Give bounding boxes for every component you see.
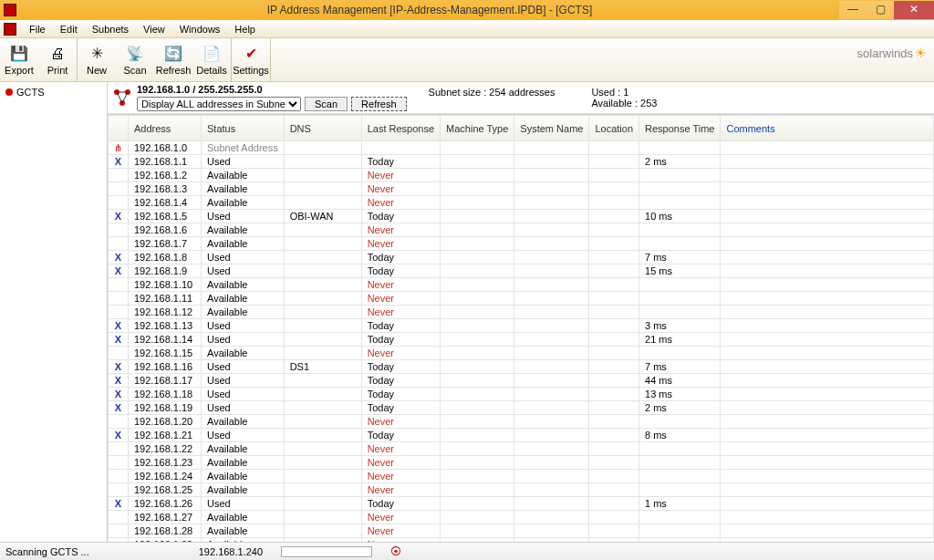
table-row[interactable]: 192.168.1.27AvailableNever [109, 511, 934, 524]
cell-status: Available [202, 278, 285, 292]
col-response-time[interactable]: Response Time [639, 116, 721, 141]
cell-location [589, 415, 639, 429]
cell-machine [441, 210, 514, 223]
table-row[interactable]: X192.168.1.5UsedOBI-WANToday10 ms [109, 210, 934, 223]
table-row[interactable]: X192.168.1.16UsedDS1Today7 ms [109, 360, 934, 374]
table-row[interactable]: 192.168.1.12AvailableNever [109, 306, 934, 319]
table-row[interactable]: X192.168.1.21UsedToday8 ms [109, 429, 934, 442]
table-row[interactable]: 192.168.1.6AvailableNever [109, 223, 934, 237]
stop-icon[interactable]: ⦿ [390, 545, 401, 558]
cell-status: Available [202, 196, 285, 210]
cell-location [589, 319, 639, 333]
cell-status: Available [202, 483, 285, 497]
col-system-name[interactable]: System Name [514, 116, 589, 141]
address-table-wrap[interactable]: Address Status DNS Last Response Machine… [108, 114, 934, 542]
row-icon: X [109, 210, 129, 223]
cell-last-response: Never [361, 483, 440, 497]
cell-comments [721, 251, 934, 264]
cell-response-time [639, 182, 721, 196]
table-row[interactable]: 192.168.1.20AvailableNever [109, 415, 934, 429]
table-row[interactable]: 192.168.1.28AvailableNever [109, 524, 934, 538]
table-row[interactable]: 192.168.1.10AvailableNever [109, 278, 934, 292]
table-row[interactable]: X192.168.1.26UsedToday1 ms [109, 497, 934, 511]
cell-machine [441, 333, 514, 347]
cell-location [589, 347, 639, 360]
new-button[interactable]: ✳New [78, 38, 116, 81]
close-button[interactable]: ✕ [894, 1, 934, 19]
table-row[interactable]: X192.168.1.1UsedToday2 ms [109, 155, 934, 169]
export-button[interactable]: 💾Export [0, 38, 38, 81]
cell-last-response: Today [361, 210, 440, 223]
details-button[interactable]: 📄Details [192, 38, 231, 81]
subnet-scan-button[interactable]: Scan [305, 97, 348, 111]
cell-system [514, 538, 589, 543]
table-row[interactable]: 192.168.1.25AvailableNever [109, 483, 934, 497]
row-icon [109, 470, 129, 483]
row-icon [109, 292, 129, 306]
col-comments[interactable]: Comments [721, 116, 934, 141]
table-row[interactable]: X192.168.1.18UsedToday13 ms [109, 388, 934, 401]
cell-machine [441, 524, 514, 538]
col-status[interactable]: Status [202, 116, 285, 141]
col-last-response[interactable]: Last Response [361, 116, 440, 141]
cell-system [514, 360, 589, 374]
settings-button[interactable]: ✔Settings [232, 38, 270, 81]
scan-progress [281, 546, 372, 557]
maximize-button[interactable]: ▢ [867, 1, 894, 19]
scan-button[interactable]: 📡Scan [116, 38, 154, 81]
table-row[interactable]: 192.168.1.2AvailableNever [109, 169, 934, 182]
menu-view[interactable]: View [136, 20, 172, 38]
table-row[interactable]: 192.168.1.3AvailableNever [109, 182, 934, 196]
menu-windows[interactable]: Windows [172, 20, 228, 38]
cell-response-time [639, 511, 721, 524]
table-row[interactable]: 192.168.1.15AvailableNever [109, 347, 934, 360]
menu-file[interactable]: File [22, 20, 53, 38]
col-machine-type[interactable]: Machine Type [441, 116, 514, 141]
cell-location [589, 483, 639, 497]
table-row[interactable]: X192.168.1.19UsedToday2 ms [109, 401, 934, 415]
address-filter-select[interactable]: Display ALL addresses in Subnet [137, 97, 301, 111]
cell-machine [441, 470, 514, 483]
table-row[interactable]: X192.168.1.13UsedToday3 ms [109, 319, 934, 333]
cell-comments [721, 429, 934, 442]
table-row[interactable]: X192.168.1.8UsedToday7 ms [109, 251, 934, 264]
cell-address: 192.168.1.13 [129, 319, 202, 333]
table-row[interactable]: 192.168.1.11AvailableNever [109, 292, 934, 306]
tree-root[interactable]: GCTS [4, 86, 103, 99]
cell-address: 192.168.1.2 [129, 169, 202, 182]
menu-help[interactable]: Help [227, 20, 263, 38]
table-row[interactable]: 192.168.1.23AvailableNever [109, 456, 934, 470]
cell-status: Used [202, 429, 285, 442]
row-icon: X [109, 388, 129, 401]
menubar: File Edit Subnets View Windows Help [0, 20, 934, 38]
table-row[interactable]: 192.168.1.24AvailableNever [109, 470, 934, 483]
table-row[interactable]: X192.168.1.14UsedToday21 ms [109, 333, 934, 347]
table-row[interactable]: ⋔192.168.1.0Subnet Address [109, 141, 934, 155]
cell-location [589, 497, 639, 511]
minimize-button[interactable]: — [839, 1, 867, 19]
row-icon [109, 538, 129, 543]
menu-subnets[interactable]: Subnets [85, 20, 136, 38]
refresh-button[interactable]: 🔄Refresh [154, 38, 192, 81]
col-dns[interactable]: DNS [284, 116, 361, 141]
cell-last-response: Today [361, 497, 440, 511]
col-icon[interactable] [109, 116, 129, 141]
cell-response-time: 2 ms [639, 155, 721, 169]
table-row[interactable]: 192.168.1.22AvailableNever [109, 442, 934, 456]
table-row[interactable]: 192.168.1.29AvailableNever [109, 538, 934, 543]
print-button[interactable]: 🖨Print [38, 38, 77, 81]
cell-system [514, 155, 589, 169]
table-row[interactable]: 192.168.1.4AvailableNever [109, 196, 934, 210]
col-location[interactable]: Location [589, 116, 639, 141]
table-row[interactable]: X192.168.1.9UsedToday15 ms [109, 264, 934, 278]
cell-machine [441, 347, 514, 360]
menu-edit[interactable]: Edit [53, 20, 85, 38]
cell-system [514, 388, 589, 401]
subnet-refresh-button[interactable]: Refresh [351, 97, 407, 111]
cell-response-time: 10 ms [639, 210, 721, 223]
cell-last-response: Never [361, 169, 440, 182]
table-row[interactable]: 192.168.1.7AvailableNever [109, 237, 934, 251]
table-row[interactable]: X192.168.1.17UsedToday44 ms [109, 374, 934, 388]
cell-location [589, 333, 639, 347]
col-address[interactable]: Address [129, 116, 202, 141]
